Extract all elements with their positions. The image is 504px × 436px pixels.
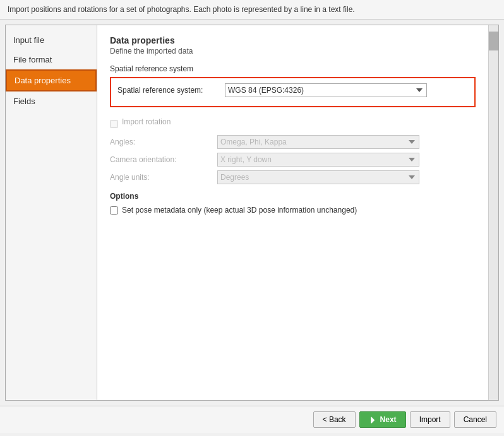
panel-subtitle: Define the imported data xyxy=(110,47,476,56)
camera-orientation-label: Camera orientation: xyxy=(110,155,217,164)
options-title: Options xyxy=(110,192,476,201)
sidebar-item-input-file[interactable]: Input file xyxy=(6,30,97,50)
back-button[interactable]: < Back xyxy=(313,411,356,428)
pose-metadata-row: Set pose metadata only (keep actual 3D p… xyxy=(110,206,476,215)
options-section: Options Set pose metadata only (keep act… xyxy=(110,192,476,215)
main-panel: Data properties Define the imported data… xyxy=(97,25,488,400)
angles-row: Angles: Omega, Phi, Kappa xyxy=(110,135,476,149)
angles-label: Angles: xyxy=(110,138,217,146)
import-rotation-label: Import rotation xyxy=(122,117,171,126)
srs-select[interactable]: WGS 84 (EPSG:4326) NAD83 ETRS89 xyxy=(225,83,427,97)
sidebar-item-file-format[interactable]: File format xyxy=(6,50,97,69)
scrollbar[interactable] xyxy=(488,25,498,400)
back-label: < Back xyxy=(323,415,346,424)
import-rotation-checkbox[interactable] xyxy=(110,120,118,128)
angle-units-row: Angle units: Degrees xyxy=(110,170,476,184)
srs-section-title: Spatial reference system xyxy=(110,64,476,73)
camera-orientation-row: Camera orientation: X right, Y down xyxy=(110,153,476,167)
next-icon: ⏵ xyxy=(369,415,378,425)
srs-label: Spatial reference system: xyxy=(117,86,225,95)
cancel-button[interactable]: Cancel xyxy=(454,411,496,428)
import-button[interactable]: Import xyxy=(410,411,450,428)
srs-section: Spatial reference system Spatial referen… xyxy=(110,64,476,107)
angle-units-label: Angle units: xyxy=(110,173,217,182)
angles-select[interactable]: Omega, Phi, Kappa xyxy=(217,135,419,149)
sidebar: Input file File format Data properties F… xyxy=(6,25,97,400)
next-button[interactable]: ⏵ Next xyxy=(359,411,406,428)
angle-units-select[interactable]: Degrees xyxy=(217,170,419,184)
next-label: Next xyxy=(380,415,397,424)
pose-metadata-label: Set pose metadata only (keep actual 3D p… xyxy=(122,206,357,215)
scrollbar-thumb[interactable] xyxy=(489,32,498,50)
import-rotation-row: Import rotation xyxy=(110,117,476,130)
pose-metadata-checkbox[interactable] xyxy=(110,206,118,215)
scrollbar-track xyxy=(489,25,498,400)
panel-title: Data properties xyxy=(110,35,476,45)
cancel-label: Cancel xyxy=(464,415,487,424)
top-bar-description: Import positions and rotations for a set… xyxy=(8,5,355,14)
srs-row: Spatial reference system: WGS 84 (EPSG:4… xyxy=(117,83,468,97)
sidebar-item-fields[interactable]: Fields xyxy=(6,91,97,111)
import-label: Import xyxy=(419,415,441,424)
srs-highlight-box: Spatial reference system: WGS 84 (EPSG:4… xyxy=(110,77,476,107)
top-bar: Import positions and rotations for a set… xyxy=(0,0,504,20)
import-rotation-section: Import rotation Angles: Omega, Phi, Kapp… xyxy=(110,117,476,184)
sidebar-item-data-properties[interactable]: Data properties xyxy=(6,69,97,91)
camera-orientation-select[interactable]: X right, Y down xyxy=(217,153,419,167)
bottom-bar: < Back ⏵ Next Import Cancel xyxy=(0,406,504,433)
